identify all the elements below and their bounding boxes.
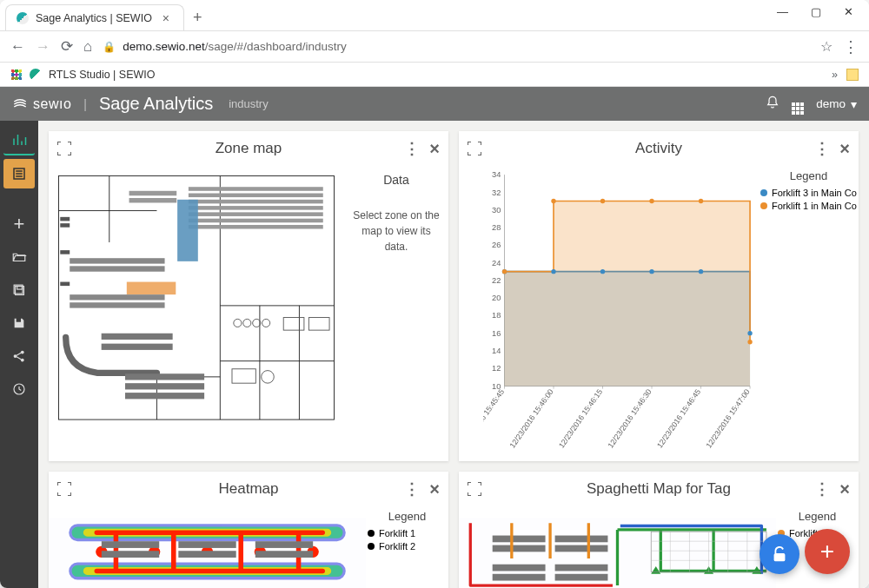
svg-rect-38 bbox=[60, 250, 70, 254]
svg-rect-99 bbox=[555, 574, 608, 581]
legend-title: Legend bbox=[778, 510, 857, 523]
bookmark-item[interactable]: RTLS Studio | SEWIO bbox=[49, 69, 156, 81]
expand-icon[interactable] bbox=[468, 482, 481, 496]
bookmark-star-icon[interactable]: ☆ bbox=[820, 38, 833, 55]
svg-rect-88 bbox=[178, 551, 235, 558]
browser-address-bar: ← → ⟳ ⌂ 🔒 demo.sewio.net/sage/#/dashboar… bbox=[0, 31, 869, 63]
card-close-icon[interactable]: × bbox=[839, 479, 850, 499]
brand-logo[interactable]: sewıo bbox=[12, 96, 71, 112]
svg-text:24: 24 bbox=[492, 259, 501, 268]
svg-point-56 bbox=[551, 269, 555, 274]
svg-rect-22 bbox=[70, 302, 164, 307]
expand-icon[interactable] bbox=[57, 142, 71, 155]
sidebar-item-dashboard[interactable] bbox=[3, 126, 35, 155]
card-title: Heatmap bbox=[49, 480, 448, 498]
svg-rect-86 bbox=[102, 551, 159, 558]
svg-text:14: 14 bbox=[492, 347, 501, 355]
legend-item[interactable]: Forklift 1 bbox=[368, 528, 447, 538]
legend-item[interactable]: Forklift 3 in Main Co… bbox=[760, 188, 857, 198]
card-menu-icon[interactable]: ⋮ bbox=[404, 139, 419, 158]
browser-titlebar: Sage Analytics | SEWIO × + — ▢ ✕ bbox=[0, 0, 869, 31]
svg-rect-94 bbox=[555, 536, 608, 543]
dashboards-grid-icon[interactable] bbox=[792, 94, 804, 115]
heatmap-canvas[interactable] bbox=[49, 506, 366, 588]
new-tab-button[interactable]: + bbox=[184, 5, 211, 30]
card-menu-icon[interactable]: ⋮ bbox=[404, 479, 419, 499]
sidebar-item-list[interactable] bbox=[3, 159, 35, 188]
legend-item[interactable]: Forklift 1 in Main Co… bbox=[760, 201, 857, 211]
svg-rect-98 bbox=[555, 565, 608, 571]
card-menu-icon[interactable]: ⋮ bbox=[814, 139, 829, 158]
card-activity: Activity ⋮ × 101214161820222426283032341… bbox=[459, 131, 859, 461]
sidebar-item-add[interactable]: + bbox=[3, 209, 35, 239]
tab-close-icon[interactable]: × bbox=[159, 11, 173, 25]
close-window-icon[interactable]: ✕ bbox=[844, 5, 853, 18]
home-icon[interactable]: ⌂ bbox=[83, 38, 92, 56]
browser-menu-icon[interactable]: ⋮ bbox=[843, 37, 859, 56]
svg-rect-96 bbox=[493, 565, 546, 571]
svg-rect-95 bbox=[555, 545, 608, 552]
svg-point-64 bbox=[649, 199, 653, 203]
activity-chart[interactable]: 1012141618202224262830323412/23/2016 15:… bbox=[459, 166, 759, 461]
save-icon bbox=[12, 316, 26, 330]
svg-point-60 bbox=[747, 331, 752, 335]
svg-rect-16 bbox=[189, 212, 323, 216]
legend-title: Legend bbox=[760, 169, 857, 182]
apps-icon[interactable] bbox=[10, 69, 23, 81]
fab-add-button[interactable]: + bbox=[805, 529, 850, 574]
breadcrumb: industry bbox=[229, 97, 269, 110]
svg-text:20: 20 bbox=[492, 294, 501, 302]
chevron-down-icon: ▾ bbox=[851, 97, 857, 111]
user-name: demo bbox=[816, 97, 846, 110]
card-close-icon[interactable]: × bbox=[429, 139, 440, 159]
sidebar-item-share[interactable] bbox=[3, 341, 35, 371]
zone-rect-orange[interactable] bbox=[127, 282, 176, 295]
card-close-icon[interactable]: × bbox=[429, 479, 440, 499]
svg-rect-36 bbox=[60, 217, 70, 221]
header-separator: | bbox=[83, 97, 87, 111]
bookmarks-folder-icon[interactable] bbox=[846, 69, 859, 81]
svg-rect-12 bbox=[189, 187, 323, 191]
expand-icon[interactable] bbox=[57, 482, 71, 496]
url-input[interactable]: 🔒 demo.sewio.net/sage/#/dashboard/indust… bbox=[103, 40, 810, 53]
browser-tab[interactable]: Sage Analytics | SEWIO × bbox=[5, 4, 184, 30]
svg-text:28: 28 bbox=[492, 223, 501, 232]
spaghetti-canvas[interactable] bbox=[459, 506, 776, 588]
card-title: Activity bbox=[459, 140, 859, 157]
zone-rect-blue[interactable] bbox=[177, 200, 198, 261]
heatmap-legend: Legend Forklift 1 Forklift 2 bbox=[366, 506, 448, 588]
sidebar: + bbox=[0, 121, 38, 588]
zone-map-canvas[interactable] bbox=[49, 166, 344, 461]
bookmarks-overflow-icon[interactable]: » bbox=[832, 69, 838, 81]
card-zone-map: Zone map ⋮ × bbox=[49, 131, 448, 461]
svg-text:34: 34 bbox=[492, 171, 501, 179]
sidebar-item-open[interactable] bbox=[3, 242, 35, 272]
legend-item[interactable]: Forklift 2 bbox=[368, 541, 447, 552]
maximize-icon[interactable]: ▢ bbox=[811, 5, 821, 18]
notifications-icon[interactable] bbox=[766, 96, 779, 113]
user-menu[interactable]: demo ▾ bbox=[816, 97, 857, 111]
svg-text:16: 16 bbox=[492, 329, 501, 338]
svg-text:12/23/2016 15:47:00: 12/23/2016 15:47:00 bbox=[704, 387, 751, 450]
svg-point-61 bbox=[502, 269, 507, 274]
plus-icon: + bbox=[820, 538, 834, 565]
back-icon[interactable]: ← bbox=[10, 38, 25, 56]
minimize-icon[interactable]: — bbox=[777, 5, 788, 18]
card-title: Zone map bbox=[49, 140, 448, 157]
card-close-icon[interactable]: × bbox=[839, 139, 850, 159]
reload-icon[interactable]: ⟳ bbox=[61, 37, 73, 56]
url-domain: demo.sewio.net bbox=[123, 40, 205, 53]
card-spaghetti: Spaghetti Map for Tag ⋮ × bbox=[459, 472, 859, 588]
sidebar-item-history[interactable] bbox=[3, 374, 35, 404]
sidebar-item-save[interactable] bbox=[3, 308, 35, 338]
svg-text:18: 18 bbox=[492, 311, 501, 320]
fab-unlock-button[interactable] bbox=[760, 534, 799, 574]
svg-rect-87 bbox=[178, 541, 235, 548]
svg-rect-20 bbox=[70, 266, 164, 271]
card-menu-icon[interactable]: ⋮ bbox=[814, 479, 829, 499]
sidebar-item-save-as[interactable] bbox=[3, 275, 35, 305]
expand-icon[interactable] bbox=[468, 142, 481, 155]
svg-point-58 bbox=[649, 269, 653, 274]
brand-icon bbox=[12, 96, 28, 112]
tab-title: Sage Analytics | SEWIO bbox=[36, 12, 152, 24]
